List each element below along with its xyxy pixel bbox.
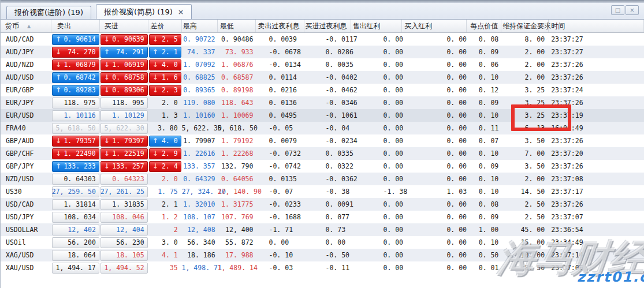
restore-button[interactable]: □ [611, 5, 624, 15]
quote-row[interactable]: AUD/NZD↓1. 06879↓1. 06919↓4. 01. 070921.… [1, 58, 644, 71]
sell-button[interactable]: ↓74. 270 [52, 47, 99, 58]
swap-sell-cell: -0. 0233 [255, 200, 304, 208]
buy-button[interactable]: ↓1. 79397 [100, 136, 148, 147]
swap-sell-cell: -0. 0732 [255, 149, 304, 158]
quote-row[interactable]: USOil56. 20056. 2303. 056. 34055. 8720. … [1, 236, 644, 249]
sell-button[interactable]: 1. 10116 [52, 110, 99, 121]
tab-quotes-simple[interactable]: 报价视窗(简易) (19) × [96, 4, 192, 19]
header-dividend-sell[interactable]: 售出红利 [351, 20, 402, 32]
high-cell: 1. 10160 [182, 111, 218, 119]
buy-button[interactable]: 108. 046 [100, 212, 148, 223]
sell-button[interactable]: ↑0. 89283 [52, 85, 99, 96]
quote-row[interactable]: XAG/USD18. 06418. 1054. 118. 18617. 988-… [1, 249, 644, 261]
quote-row[interactable]: NZD/USD0. 643030. 643232. 00. 643290. 64… [1, 173, 644, 185]
spread-cell[interactable]: ↓1. 6 [149, 72, 181, 83]
quote-row[interactable]: EUR/GBP↑0. 89283↓0. 89306↓2. 30. 893650.… [1, 84, 644, 96]
tab-quotes-advanced[interactable]: 报价视窗(进阶) (19) [6, 6, 91, 19]
buy-button[interactable]: 0. 64323 [100, 174, 148, 185]
quote-row[interactable]: AUD/USD↑0. 68742↓0. 68758↓1. 60. 688250.… [1, 71, 644, 84]
buy-button[interactable]: ↓133. 257 [100, 161, 148, 172]
time-cell: 23:37:17 [549, 188, 644, 196]
header-point-value[interactable]: 每点价值 [467, 20, 501, 32]
spread-cell[interactable]: ↓2. 5 [149, 34, 181, 45]
buy-button[interactable]: ↑74. 291 [100, 47, 148, 58]
margin-cell: 2. 50 [501, 213, 549, 221]
quote-row[interactable]: USDOLLAR12, 40212, 404212, 40812, 400-1.… [1, 223, 644, 236]
sell-button[interactable]: ↑0. 90614 [52, 34, 99, 45]
quote-row[interactable]: GBP/AUD↓1. 79357↓1. 79397↑4. 01. 799071.… [1, 134, 644, 147]
sell-button[interactable]: 56. 200 [52, 237, 99, 248]
sell-button[interactable]: ↓1. 22490 [52, 148, 99, 159]
margin-cell: 2. 00 [501, 48, 549, 56]
sell-button[interactable]: 18. 064 [52, 250, 99, 261]
header-symbol[interactable]: 货币 ▲ [1, 20, 51, 32]
quote-row[interactable]: XAU/USD1, 494. 171, 494. 52351, 498. 711… [1, 261, 644, 274]
buy-button[interactable]: 12, 404 [100, 225, 148, 235]
sell-button[interactable]: 108. 034 [52, 212, 99, 223]
buy-button[interactable]: 18. 105 [100, 250, 148, 261]
low-cell: 55. 872 [218, 238, 256, 246]
symbol-cell: EUR/JPY [1, 99, 51, 107]
buy-button[interactable]: ↓0. 89306 [100, 85, 148, 96]
header-spread[interactable]: 差价 [148, 20, 182, 32]
sell-button[interactable]: 118. 975 [52, 98, 99, 109]
quote-row[interactable]: GBP/JPY↑133. 233↓133. 257↓2. 4133. 35713… [1, 160, 644, 173]
quote-row[interactable]: US3027, 259. 5027, 261. 251. 7527, 324. … [1, 185, 644, 198]
time-cell: 23:37:07 [549, 213, 644, 221]
close-button[interactable]: × [626, 5, 639, 15]
buy-button[interactable]: 118. 995 [100, 98, 148, 109]
buy-button[interactable]: 56. 230 [100, 237, 148, 248]
spread-cell[interactable]: ↑2. 1 [149, 47, 181, 58]
buy-button[interactable]: ↓1. 06919 [100, 59, 148, 70]
quote-row[interactable]: AUD/CAD↑0. 90614↓0. 90639↓2. 50. 907220.… [1, 33, 644, 46]
margin-cell: 3. 25 [501, 99, 549, 107]
sell-button[interactable]: 1. 31814 [52, 199, 99, 210]
margin-cell: 3. 50 [501, 137, 549, 145]
tab-close-icon[interactable]: × [176, 9, 184, 16]
quote-row[interactable]: EUR/JPY118. 975118. 9952. 0119. 080118. … [1, 96, 644, 109]
header-margin-requirement[interactable]: 维持保证金要求 [501, 20, 549, 32]
quote-row[interactable]: GBP/CHF↓1. 22490↓1. 22519↓2. 91. 226161.… [1, 147, 644, 160]
margin-cell: 3. 25 [501, 111, 549, 119]
sell-button[interactable]: 0. 64303 [52, 174, 99, 185]
header-high[interactable]: 最高 [182, 20, 218, 32]
buy-button-wrap: 0. 64323 [100, 174, 148, 185]
header-time[interactable]: 时间 [549, 20, 644, 32]
header-low[interactable]: 最低 [218, 20, 256, 32]
quote-row[interactable]: USD/JPY108. 034108. 0461. 2108. 107107. … [1, 211, 644, 223]
sell-button[interactable]: ↓1. 79357 [52, 136, 99, 147]
sell-button[interactable]: 27, 259. 50 [52, 186, 99, 197]
buy-button[interactable]: 5, 622. 30 [100, 123, 148, 134]
buy-button[interactable]: 1, 494. 52 [100, 263, 148, 274]
quote-row[interactable]: AUD/JPY↓74. 270↑74. 291↑2. 174. 33773. 9… [1, 46, 644, 58]
spread-cell[interactable]: ↓2. 3 [149, 85, 181, 96]
spread-cell[interactable]: ↓4. 0 [149, 59, 181, 70]
sell-button[interactable]: ↑0. 68742 [52, 72, 99, 83]
dividend-sell-cell: 0. 00 [351, 149, 402, 158]
buy-button[interactable]: 27, 261. 25 [100, 186, 148, 197]
swap-sell-cell: -0. 0678 [255, 48, 304, 56]
header-dividend-buy[interactable]: 买入红利 [402, 20, 467, 32]
quote-row[interactable]: EUR/USD1. 101161. 101291. 31. 101601. 10… [1, 109, 644, 122]
header-swap-buy[interactable]: 买进过夜利息 [304, 20, 352, 32]
sell-button[interactable]: 12, 402 [52, 225, 99, 235]
spread-cell[interactable]: ↓2. 4 [149, 161, 181, 172]
sell-button[interactable]: 5, 618. 50 [52, 123, 99, 134]
spread-cell[interactable]: ↑4. 0 [149, 136, 181, 147]
buy-button[interactable]: 1. 10129 [100, 110, 148, 121]
header-sell[interactable]: 卖出 [51, 20, 100, 32]
buy-button[interactable]: 1. 31835 [100, 199, 148, 210]
buy-button-wrap: 56. 230 [100, 237, 148, 248]
buy-button[interactable]: ↓1. 22519 [100, 148, 148, 159]
sell-button[interactable]: 1, 494. 17 [52, 263, 99, 274]
quote-row[interactable]: FRA405, 618. 505, 622. 303. 805, 622. 30… [1, 122, 644, 134]
spread-cell: 3. 80 [148, 124, 182, 132]
buy-button[interactable]: ↓0. 68758 [100, 72, 148, 83]
sell-button[interactable]: ↓1. 06879 [52, 59, 99, 70]
quote-row[interactable]: USD/CAD1. 318141. 318352. 11. 320101. 31… [1, 198, 644, 211]
spread-cell[interactable]: ↓2. 9 [149, 148, 181, 159]
buy-button[interactable]: ↓0. 90639 [100, 34, 148, 45]
sell-button[interactable]: ↑133. 233 [52, 161, 99, 172]
header-buy[interactable]: 买进 [100, 20, 148, 32]
header-swap-sell[interactable]: 卖出过夜利息 [256, 20, 304, 32]
